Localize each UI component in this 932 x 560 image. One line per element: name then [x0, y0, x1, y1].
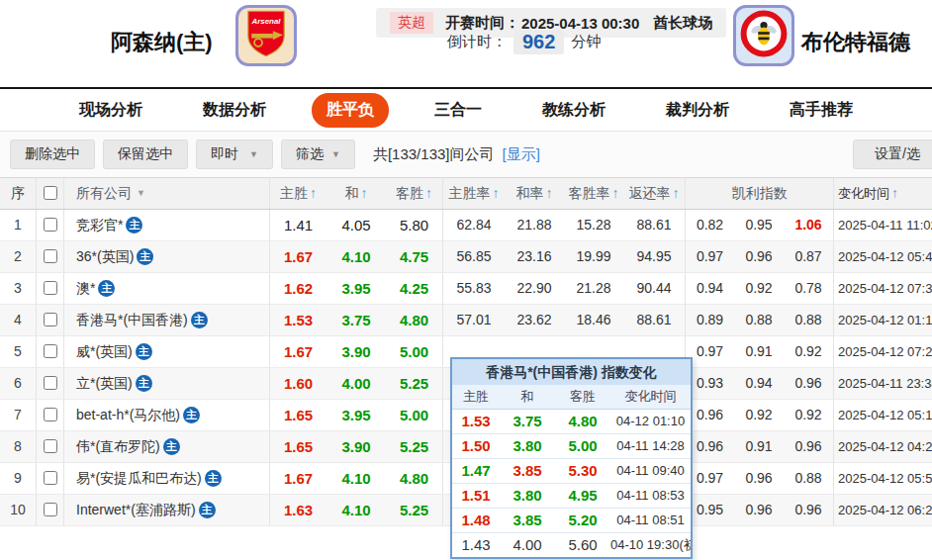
analysis-tab[interactable]: 三合一 — [419, 93, 497, 128]
company-name[interactable]: bet-at-h*(马尔他) — [76, 400, 180, 430]
company-name[interactable]: 立*(英国) — [76, 368, 133, 399]
header-change-time[interactable]: 变化时间↑ — [833, 178, 932, 209]
company-name[interactable]: 竞彩官* — [76, 210, 123, 240]
select-all-checkbox[interactable] — [44, 186, 57, 200]
analysis-tab[interactable]: 裁判分析 — [651, 93, 744, 128]
home-odds: 1.67 — [284, 470, 313, 487]
caret-down-icon: ▼ — [137, 178, 145, 209]
row-checkbox[interactable] — [44, 313, 57, 327]
popup-draw-odds: 3.80 — [500, 484, 555, 508]
popup-away-odds: 5.30 — [555, 459, 610, 483]
analysis-tab[interactable]: 胜平负 — [312, 93, 389, 128]
popup-change-time: 04-11 09:40 — [610, 459, 691, 483]
home-odds: 1.65 — [284, 438, 313, 455]
change-time: 2025-04-12 06:24 — [833, 495, 932, 525]
kelly-away: 0.78 — [794, 280, 821, 296]
teams-header: 阿森纳(主) Arsenal 倒计时： 962 分钟 — [0, 0, 932, 87]
header-draw-odds[interactable]: 和↑ — [326, 178, 386, 209]
draw-odds: 3.75 — [341, 312, 370, 328]
kelly-away: 0.92 — [794, 343, 821, 359]
sort-up-icon: ↑ — [361, 185, 368, 201]
row-checkbox[interactable] — [44, 218, 57, 232]
company-name[interactable]: 36*(英国) — [76, 241, 134, 272]
row-checkbox[interactable] — [44, 281, 57, 295]
row-seq: 8 — [0, 431, 36, 462]
return-rate: 88.61 — [636, 312, 671, 327]
company-cell: 立*(英国) 主 — [63, 368, 269, 399]
header-company-label: 所有公司 — [76, 178, 132, 209]
kelly-home: 0.97 — [697, 470, 723, 486]
popup-away-odds: 4.95 — [555, 484, 610, 508]
change-time: 2025-04-11 11:02 — [833, 210, 932, 240]
settings-button[interactable]: 设置/选 — [853, 140, 932, 169]
row-checkbox[interactable] — [44, 471, 57, 485]
kelly-home: 0.94 — [697, 280, 723, 296]
row-seq: 1 — [0, 210, 36, 240]
header-home-rate[interactable]: 主胜率↑ — [442, 178, 505, 209]
away-rate: 19.99 — [576, 248, 610, 264]
main-company-badge-icon: 主 — [205, 470, 222, 487]
home-rate: 62.84 — [456, 217, 491, 233]
header-home-odds[interactable]: 主胜↑ — [269, 178, 326, 209]
row-checkbox[interactable] — [44, 503, 57, 516]
return-rate: 90.44 — [636, 280, 671, 296]
popup-draw-odds: 4.00 — [500, 533, 555, 557]
odds-mode-label: 即时 — [211, 145, 238, 163]
kelly-away: 0.96 — [794, 502, 821, 517]
company-name[interactable]: 伟*(直布罗陀) — [76, 431, 160, 462]
company-name[interactable]: 澳* — [76, 273, 95, 304]
keep-selected-button[interactable]: 保留选中 — [103, 140, 188, 169]
row-checkbox[interactable] — [44, 439, 57, 453]
popup-history-row: 1.48 3.85 5.20 04-11 08:51 — [452, 509, 691, 533]
odds-mode-dropdown[interactable]: 即时 ▼ — [196, 140, 273, 169]
kelly-draw: 0.94 — [745, 375, 772, 391]
kelly-away: 0.92 — [794, 407, 821, 422]
popup-home-odds: 1.50 — [452, 434, 500, 458]
popup-draw-odds: 3.75 — [500, 410, 555, 433]
change-time: 2025-04-12 01:11 — [833, 305, 932, 335]
analysis-tab[interactable]: 现场分析 — [64, 93, 157, 128]
popup-history-row: 1.53 3.75 4.80 04-12 01:10 — [452, 410, 691, 434]
header-away-odds[interactable]: 客胜↑ — [386, 178, 442, 209]
popup-away-odds: 4.80 — [555, 410, 610, 433]
popup-header-row: 主胜 和 客胜 变化时间 — [452, 385, 691, 410]
popup-change-time: 04-11 14:28 — [610, 434, 691, 458]
kelly-draw: 0.91 — [745, 438, 772, 454]
company-cell: 威*(英国) 主 — [63, 336, 269, 367]
company-name[interactable]: 易*(安提瓜和巴布达) — [76, 463, 202, 494]
filter-dropdown[interactable]: 筛选 ▼ — [281, 140, 355, 169]
company-name[interactable]: 威*(英国) — [76, 336, 133, 367]
kelly-home: 0.97 — [697, 248, 723, 264]
popup-away-odds: 5.60 — [555, 533, 610, 557]
home-rate: 56.85 — [456, 248, 491, 264]
away-odds: 5.00 — [400, 343, 428, 360]
header-company[interactable]: 所有公司 ▼ — [63, 178, 269, 209]
delete-selected-button[interactable]: 删除选中 — [10, 140, 95, 169]
draw-odds: 3.90 — [341, 343, 370, 360]
row-checkbox[interactable] — [44, 408, 57, 421]
home-rate: 55.83 — [456, 280, 491, 296]
row-checkbox[interactable] — [44, 249, 57, 263]
row-checkbox-cell — [36, 495, 63, 525]
header-return-rate[interactable]: 返还率↑ — [623, 178, 685, 209]
analysis-tab[interactable]: 数据分析 — [188, 93, 281, 128]
kelly-draw: 0.96 — [745, 248, 772, 264]
change-time: 2025-04-12 07:24 — [833, 336, 932, 367]
popup-change-time: 04-12 01:10 — [610, 410, 691, 433]
kelly-draw: 0.91 — [745, 343, 772, 359]
show-link[interactable]: [显示] — [502, 145, 539, 164]
row-checkbox-cell — [36, 305, 63, 335]
away-odds: 4.75 — [400, 248, 428, 265]
analysis-tab[interactable]: 高手推荐 — [775, 93, 868, 128]
company-name[interactable]: Interwet*(塞浦路斯) — [76, 495, 196, 525]
analysis-tab[interactable]: 教练分析 — [527, 93, 620, 128]
header-draw-rate[interactable]: 和率↑ — [505, 178, 564, 209]
header-away-rate[interactable]: 客胜率↑ — [564, 178, 623, 209]
company-cell: 易*(安提瓜和巴布达) 主 — [63, 463, 269, 494]
row-checkbox[interactable] — [44, 344, 57, 358]
popup-home-odds: 1.47 — [452, 459, 500, 483]
kelly-home: 0.96 — [697, 438, 723, 454]
away-odds: 4.80 — [400, 470, 428, 487]
row-checkbox[interactable] — [44, 376, 57, 390]
company-name[interactable]: 香港马*(中国香港) — [76, 305, 188, 335]
